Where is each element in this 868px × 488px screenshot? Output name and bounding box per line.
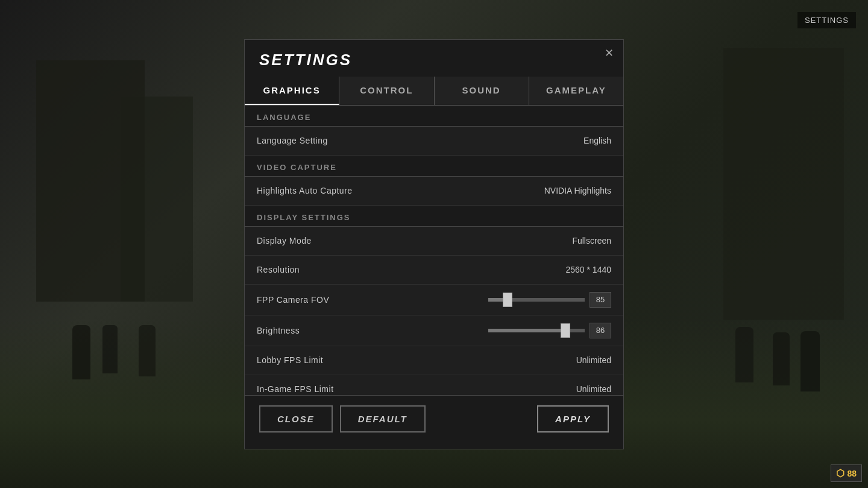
setting-row-highlights-auto-capture[interactable]: Highlights Auto Capture NVIDIA Highlight… [245, 177, 623, 206]
tab-gameplay[interactable]: GAMEPLAY [529, 77, 623, 105]
setting-row-fpp-camera-fov[interactable]: FPP Camera FOV 85 [245, 285, 623, 315]
tabs-row: GRAPHICS CONTROL SOUND GAMEPLAY [245, 77, 623, 106]
settings-modal: ✕ SETTINGS GRAPHICS CONTROL SOUND GAMEPL… [244, 39, 624, 449]
footer-left: CLOSE DEFAULT [259, 405, 530, 433]
settings-content[interactable]: LANGUAGE Language Setting English VIDEO … [245, 106, 623, 395]
brightness-slider-number: 86 [590, 323, 611, 338]
setting-row-in-game-fps-limit[interactable]: In-Game FPS Limit Unlimited [245, 375, 623, 395]
tab-sound[interactable]: SOUND [435, 77, 529, 105]
setting-row-language-setting[interactable]: Language Setting English [245, 127, 623, 156]
default-button[interactable]: DEFAULT [340, 405, 426, 433]
fpp-fov-slider-number: 85 [590, 292, 611, 308]
fpp-fov-slider-track[interactable] [488, 298, 585, 302]
fpp-fov-slider-thumb[interactable] [503, 293, 512, 307]
brightness-slider-fill [488, 329, 565, 332]
apply-button[interactable]: APPLY [537, 405, 609, 433]
fpp-fov-slider-container[interactable]: 85 [488, 292, 611, 308]
section-display-settings: DISPLAY SETTINGS [245, 206, 623, 227]
setting-row-lobby-fps-limit[interactable]: Lobby FPS Limit Unlimited [245, 346, 623, 375]
setting-row-brightness[interactable]: Brightness 86 [245, 315, 623, 346]
modal-header: SETTINGS [245, 40, 623, 77]
modal-backdrop: ✕ SETTINGS GRAPHICS CONTROL SOUND GAMEPL… [0, 0, 868, 488]
modal-footer: CLOSE DEFAULT APPLY [245, 395, 623, 442]
brightness-slider-track[interactable] [488, 329, 585, 332]
brightness-slider-container[interactable]: 86 [488, 323, 611, 338]
section-language: LANGUAGE [245, 106, 623, 127]
close-button[interactable]: CLOSE [259, 405, 333, 433]
tab-graphics[interactable]: GRAPHICS [245, 77, 339, 105]
brightness-slider-thumb[interactable] [561, 323, 570, 338]
tab-control[interactable]: CONTROL [339, 77, 434, 105]
footer-right: APPLY [537, 405, 609, 433]
section-video-capture: VIDEO CAPTURE [245, 156, 623, 177]
setting-row-display-mode[interactable]: Display Mode Fullscreen [245, 227, 623, 256]
modal-close-x-button[interactable]: ✕ [600, 45, 617, 62]
setting-row-resolution[interactable]: Resolution 2560 * 1440 [245, 256, 623, 285]
modal-title: SETTINGS [259, 51, 352, 69]
